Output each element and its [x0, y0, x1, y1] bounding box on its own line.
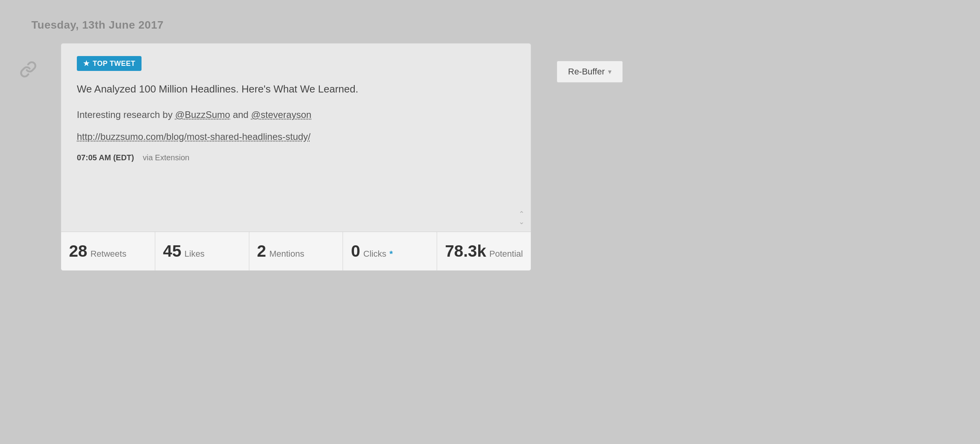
stat-item-mentions: 2Mentions	[249, 232, 343, 270]
tweet-via: via Extension	[143, 153, 189, 162]
stat-item-clicks: 0Clicks*	[343, 232, 437, 270]
page-background: Tuesday, 13th June 2017 Re-Buffer ▾ ★ TO…	[0, 0, 980, 444]
mention-buzzsumo: @BuzzSumo	[175, 109, 230, 120]
mention-steverayson: @steverayson	[251, 109, 312, 120]
date-text: Tuesday, 13th June 2017	[31, 19, 163, 31]
scroll-controls: ⌃ ⌄	[519, 210, 524, 225]
scroll-up-arrow[interactable]: ⌃	[519, 210, 524, 217]
stats-bar: 28Retweets45Likes2Mentions0Clicks*78.3kP…	[61, 232, 531, 270]
stat-label-mentions: Mentions	[269, 249, 304, 259]
star-icon: ★	[83, 59, 90, 68]
stat-item-likes: 45Likes	[155, 232, 249, 270]
rebuffer-button[interactable]: Re-Buffer ▾	[557, 61, 623, 83]
top-tweet-badge: ★ TOP TWEET	[77, 56, 142, 71]
badge-text: TOP TWEET	[93, 60, 136, 68]
stat-item-retweets: 28Retweets	[61, 232, 155, 270]
stat-number-likes: 45	[163, 243, 181, 259]
tweet-body: Interesting research by @BuzzSumo and @s…	[77, 108, 515, 122]
tweet-time: 07:05 AM (EDT)	[77, 153, 134, 162]
tweet-card-container: ★ TOP TWEET We Analyzed 100 Million Head…	[61, 43, 531, 271]
stat-asterisk-clicks: *	[389, 249, 393, 259]
stat-label-retweets: Retweets	[91, 249, 127, 259]
stat-item-potential: 78.3kPotential	[437, 232, 531, 270]
link-icon[interactable]	[20, 61, 37, 80]
tweet-meta: 07:05 AM (EDT) via Extension	[77, 153, 515, 162]
stat-number-potential: 78.3k	[445, 243, 486, 259]
chevron-down-icon: ▾	[608, 67, 612, 76]
tweet-card: ★ TOP TWEET We Analyzed 100 Million Head…	[61, 43, 531, 271]
card-body: ★ TOP TWEET We Analyzed 100 Million Head…	[61, 43, 531, 232]
stat-label-clicks: Clicks	[363, 249, 387, 259]
tweet-headline: We Analyzed 100 Million Headlines. Here'…	[77, 82, 515, 96]
tweet-url[interactable]: http://buzzsumo.com/blog/most-shared-hea…	[77, 131, 515, 142]
stat-label-likes: Likes	[185, 249, 205, 259]
date-heading: Tuesday, 13th June 2017	[31, 19, 163, 31]
stat-number-clicks: 0	[351, 243, 360, 259]
rebuffer-label: Re-Buffer	[568, 67, 605, 77]
stat-number-mentions: 2	[257, 243, 266, 259]
stat-label-potential: Potential	[489, 249, 523, 259]
stat-number-retweets: 28	[69, 243, 87, 259]
scroll-down-arrow[interactable]: ⌄	[519, 218, 524, 225]
